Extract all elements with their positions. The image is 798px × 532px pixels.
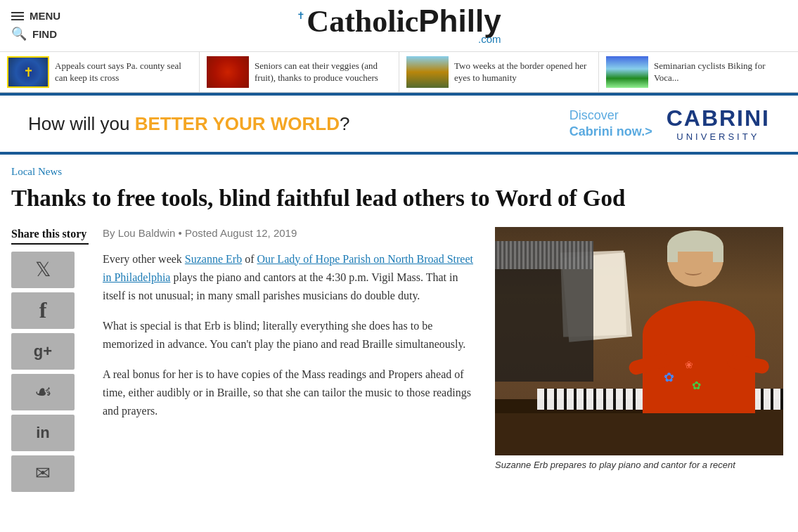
hamburger-icon bbox=[11, 12, 24, 20]
email-icon: ✉ bbox=[35, 462, 51, 484]
story-text: Seniors can eat their veggies (and fruit… bbox=[255, 60, 392, 84]
twitter-share-button[interactable]: 𝕏 bbox=[11, 252, 75, 288]
list-item[interactable]: Seminarian cyclists Biking for Voca... bbox=[599, 52, 798, 92]
linkedin-share-button[interactable]: in bbox=[11, 415, 75, 451]
article-paragraphs: Every other week Suzanne Erb of Our Lady… bbox=[103, 250, 481, 421]
facebook-icon: f bbox=[39, 297, 47, 323]
logo-container: ✝ CatholicPhilly .com bbox=[89, 6, 709, 46]
article-paragraph: Every other week Suzanne Erb of Our Lady… bbox=[103, 250, 481, 306]
story-thumbnail bbox=[207, 56, 249, 88]
article-image-column: ✿ ❀ ✿ Suzanne Erb prepares to play piano… bbox=[495, 227, 787, 496]
find-label: FIND bbox=[32, 28, 57, 40]
main-content: Local News Thanks to free tools, blind f… bbox=[0, 166, 798, 496]
article-paragraph: What is special is that Erb is blind; li… bbox=[103, 317, 481, 354]
ad-text: How will you BETTER YOUR WORLD? bbox=[28, 113, 349, 135]
logo-icon: ✝ bbox=[297, 11, 305, 21]
twitter-icon: 𝕏 bbox=[35, 258, 51, 281]
ad-discover: DiscoverCabrini now.> bbox=[569, 108, 652, 141]
find-button[interactable]: 🔍 FIND bbox=[11, 26, 89, 41]
story-text: Two weeks at the border opened her eyes … bbox=[454, 60, 591, 84]
facebook-share-button[interactable]: f bbox=[11, 292, 75, 329]
parish-link[interactable]: Our Lady of Hope Parish on North Broad S… bbox=[103, 253, 473, 283]
story-thumbnail bbox=[606, 56, 648, 88]
story-thumbnail: ✝ bbox=[7, 56, 49, 88]
article-meta: By Lou Baldwin • Posted August 12, 2019 bbox=[103, 227, 481, 239]
site-header: MENU 🔍 FIND ✝ CatholicPhilly .com bbox=[0, 0, 798, 52]
story-text: Appeals court says Pa. county seal can k… bbox=[55, 60, 192, 84]
email-share-button[interactable]: ✉ bbox=[11, 455, 75, 492]
article-paragraph: A real bonus for her is to have copies o… bbox=[103, 365, 481, 421]
menu-label: MENU bbox=[30, 10, 60, 22]
list-item[interactable]: ✝ Appeals court says Pa. county seal can… bbox=[0, 52, 200, 92]
ad-banner: How will you BETTER YOUR WORLD? Discover… bbox=[0, 93, 798, 155]
list-item[interactable]: Seniors can eat their veggies (and fruit… bbox=[200, 52, 399, 92]
top-stories-bar: ✝ Appeals court says Pa. county seal can… bbox=[0, 52, 798, 93]
list-item[interactable]: Two weeks at the border opened her eyes … bbox=[399, 52, 599, 92]
article-title: Thanks to free tools, blind faithful lea… bbox=[11, 185, 787, 213]
article-image: ✿ ❀ ✿ bbox=[495, 227, 783, 455]
suzanne-erb-link[interactable]: Suzanne Erb bbox=[185, 253, 242, 265]
search-icon: 🔍 bbox=[11, 26, 27, 41]
breadcrumb[interactable]: Local News bbox=[11, 166, 787, 178]
menu-button[interactable]: MENU bbox=[11, 10, 89, 22]
google-plus-icon: g+ bbox=[34, 342, 52, 361]
linkedin-icon: in bbox=[36, 424, 50, 442]
story-thumbnail bbox=[406, 56, 449, 88]
gplus-share-button[interactable]: g+ bbox=[11, 333, 75, 370]
share-title: Share this story bbox=[11, 227, 89, 245]
pinterest-icon: ☙ bbox=[34, 380, 52, 403]
pinterest-share-button[interactable]: ☙ bbox=[11, 374, 75, 410]
share-sidebar: Share this story 𝕏 f g+ ☙ in ✉ bbox=[11, 227, 89, 496]
ad-cabrini-university: CABRINI UNIVERSITY bbox=[667, 105, 770, 142]
image-caption: Suzanne Erb prepares to play piano and c… bbox=[495, 460, 783, 470]
article-body: By Lou Baldwin • Posted August 12, 2019 … bbox=[89, 227, 495, 496]
logo-text: CatholicPhilly bbox=[307, 6, 501, 37]
story-text: Seminarian cyclists Biking for Voca... bbox=[654, 60, 791, 84]
